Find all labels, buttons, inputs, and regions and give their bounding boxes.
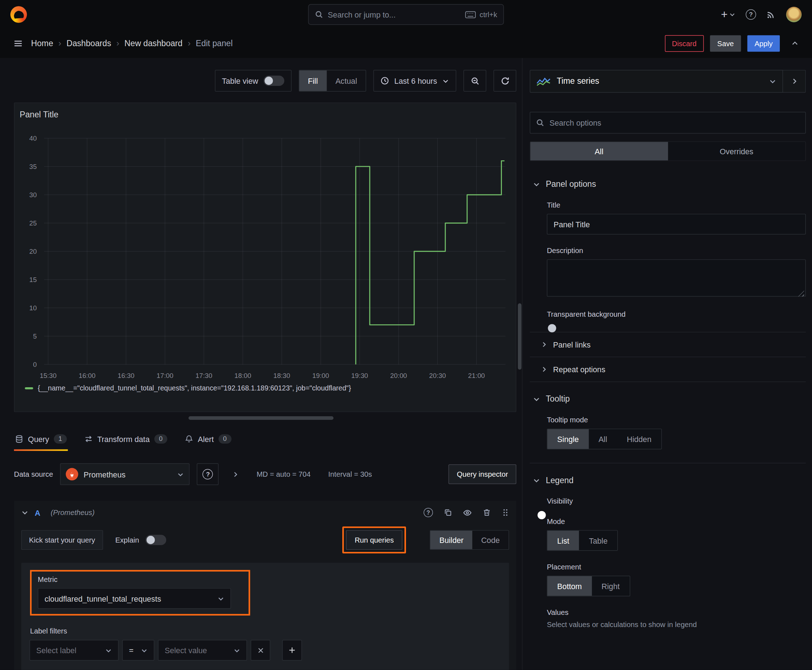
- collapse-options-button[interactable]: [783, 70, 806, 93]
- datasource-help-button[interactable]: ?: [197, 464, 219, 485]
- select-label-placeholder: Select label: [36, 646, 76, 655]
- options-filter-segment: All Overrides: [530, 141, 806, 161]
- actual-option[interactable]: Actual: [327, 71, 366, 91]
- datasource-picker[interactable]: Prometheus: [60, 464, 190, 485]
- tooltip-mode-single[interactable]: Single: [548, 429, 588, 449]
- apply-button[interactable]: Apply: [747, 35, 780, 52]
- run-queries-button[interactable]: Run queries: [346, 530, 402, 550]
- save-button[interactable]: Save: [710, 35, 741, 52]
- horizontal-resize-handle[interactable]: [189, 416, 334, 420]
- legend-series-swatch[interactable]: [25, 387, 33, 389]
- chevron-right-icon: ›: [58, 38, 61, 49]
- user-avatar[interactable]: [786, 7, 802, 22]
- repeat-options-section[interactable]: Repeat options: [554, 357, 806, 382]
- label-filters-label: Label filters: [30, 627, 501, 635]
- tab-transform-data[interactable]: Transform data 0: [83, 427, 168, 451]
- editor-tabs: Query 1 Transform data 0 Alert 0: [0, 427, 522, 451]
- label-filters-row: Select label =: [29, 640, 500, 661]
- breadcrumb-dashboards[interactable]: Dashboards: [66, 39, 111, 48]
- panel-editor-content: Table view Fill Actual Last 6 hours: [0, 58, 812, 670]
- tooltip-header[interactable]: Tooltip: [533, 394, 805, 404]
- tab-query[interactable]: Query 1: [14, 427, 68, 451]
- menu-toggle-button[interactable]: [12, 37, 25, 51]
- options-search-field[interactable]: [549, 118, 800, 127]
- chevron-down-icon[interactable]: [21, 509, 28, 516]
- operator-dropdown[interactable]: =: [122, 640, 154, 661]
- chevron-down-icon: [533, 477, 540, 484]
- tooltip-mode-label: Tooltip mode: [547, 416, 805, 424]
- svg-text:35: 35: [29, 163, 37, 170]
- top-nav: ctrl+k + ?: [0, 0, 812, 29]
- global-search-input[interactable]: ctrl+k: [308, 4, 504, 25]
- options-search[interactable]: [530, 112, 806, 134]
- panel-title-field[interactable]: [554, 220, 799, 229]
- drag-handle-icon[interactable]: [502, 508, 509, 516]
- legend-placement-bottom[interactable]: Bottom: [548, 576, 592, 596]
- legend-placement-right[interactable]: Right: [592, 576, 630, 596]
- legend-series-label[interactable]: {__name__="cloudflared_tunnel_total_requ…: [38, 384, 351, 392]
- fill-option[interactable]: Fill: [299, 71, 327, 91]
- new-menu-button[interactable]: +: [721, 9, 736, 20]
- select-value-dropdown[interactable]: Select value: [158, 640, 247, 661]
- kick-start-button[interactable]: Kick start your query: [21, 530, 103, 550]
- zoom-out-button[interactable]: [464, 70, 487, 91]
- help-button[interactable]: ?: [746, 9, 756, 20]
- legend-mode-list[interactable]: List: [548, 531, 579, 550]
- breadcrumb-new-dashboard[interactable]: New dashboard: [125, 39, 183, 48]
- svg-text:40: 40: [29, 135, 37, 142]
- breadcrumb-home[interactable]: Home: [31, 39, 53, 48]
- builder-option[interactable]: Builder: [431, 531, 473, 549]
- svg-text:10: 10: [29, 304, 37, 312]
- filter-all-option[interactable]: All: [530, 142, 668, 160]
- add-filter-button[interactable]: [282, 640, 302, 661]
- svg-text:21:00: 21:00: [468, 372, 485, 379]
- explain-control: Explain: [115, 535, 166, 545]
- description-textarea[interactable]: [547, 259, 805, 297]
- breadcrumb: Home › Dashboards › New dashboard › Edit…: [31, 38, 233, 49]
- legend-title: Legend: [546, 475, 573, 485]
- rss-icon[interactable]: [766, 10, 776, 19]
- datasource-row: Data source Prometheus ?: [14, 464, 516, 485]
- panel-links-label: Panel links: [553, 340, 591, 349]
- query-help-icon[interactable]: ?: [424, 508, 433, 517]
- query-inspector-button[interactable]: Query inspector: [449, 464, 516, 484]
- legend-values-label: Values: [547, 608, 805, 617]
- chevron-down-icon: [533, 396, 540, 403]
- global-search-field[interactable]: [328, 10, 461, 19]
- duplicate-icon[interactable]: [444, 508, 452, 516]
- panel-title-input[interactable]: [547, 214, 805, 234]
- metric-select[interactable]: cloudflared_tunnel_total_requests: [38, 588, 231, 609]
- datasource-name: Prometheus: [84, 470, 125, 479]
- grafana-logo-icon[interactable]: [10, 6, 27, 22]
- legend-header[interactable]: Legend: [533, 475, 805, 485]
- tooltip-mode-all[interactable]: All: [588, 429, 617, 449]
- chevron-down-icon: [229, 647, 240, 653]
- chevron-down-icon: [442, 77, 449, 84]
- code-option[interactable]: Code: [472, 531, 509, 549]
- chevron-up-icon[interactable]: [789, 38, 800, 49]
- panel-options-header[interactable]: Panel options: [533, 180, 805, 189]
- filter-overrides-option[interactable]: Overrides: [668, 142, 805, 160]
- legend-mode-table[interactable]: Table: [579, 531, 618, 550]
- query-ref-id[interactable]: A: [35, 508, 41, 517]
- metric-label: Metric: [38, 575, 231, 584]
- svg-text:20: 20: [29, 248, 37, 255]
- table-view-toggle[interactable]: [263, 76, 284, 86]
- discard-button[interactable]: Discard: [665, 35, 704, 52]
- tab-transform-label: Transform data: [97, 435, 150, 443]
- tooltip-mode-hidden[interactable]: Hidden: [617, 429, 661, 449]
- angle-right-icon[interactable]: [232, 471, 239, 478]
- select-label-dropdown[interactable]: Select label: [29, 640, 119, 661]
- explain-toggle[interactable]: [145, 535, 166, 545]
- eye-icon[interactable]: [463, 508, 472, 517]
- trash-icon[interactable]: [483, 508, 491, 516]
- tab-alert[interactable]: Alert 0: [184, 427, 232, 451]
- time-range-picker[interactable]: Last 6 hours: [374, 70, 456, 91]
- refresh-button[interactable]: [493, 70, 516, 91]
- vertical-scrollbar[interactable]: [518, 303, 521, 370]
- panel-links-section[interactable]: Panel links: [554, 333, 806, 357]
- visualization-picker[interactable]: Time series: [530, 70, 783, 93]
- datasource-label: Data source: [14, 470, 53, 478]
- svg-text:15: 15: [29, 276, 37, 283]
- remove-filter-button[interactable]: [251, 640, 270, 661]
